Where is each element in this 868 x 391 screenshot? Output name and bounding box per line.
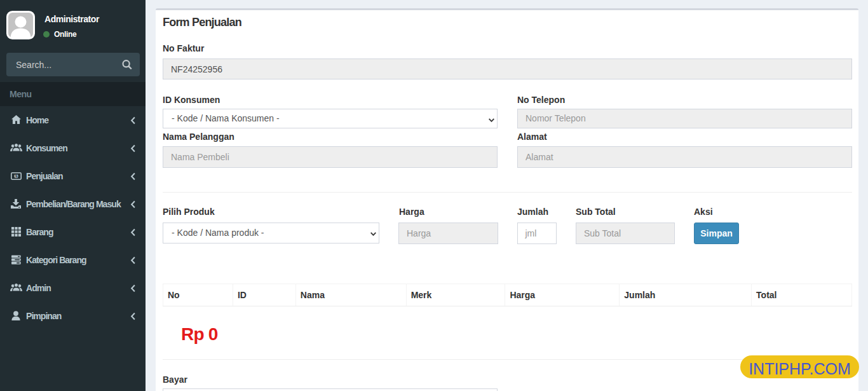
svg-text:$: $: [15, 174, 17, 179]
